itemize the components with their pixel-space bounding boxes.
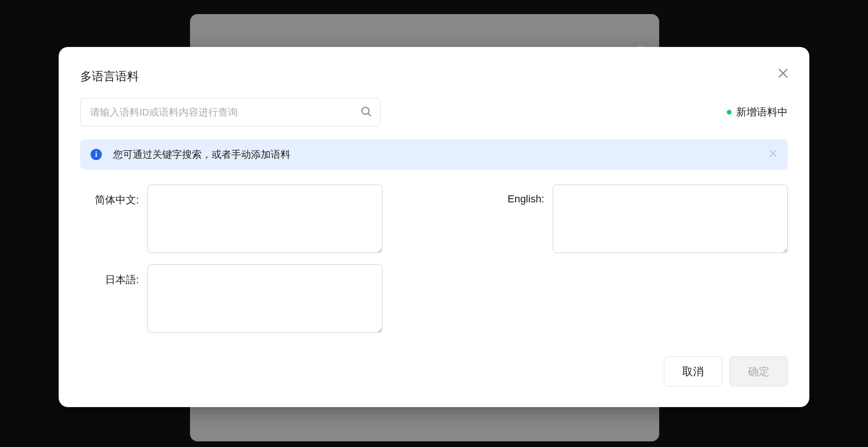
search-row: 新增语料中 [80,98,788,126]
english-field: English: [486,185,788,253]
status-indicator: 新增语料中 [727,105,788,119]
close-icon [777,67,790,80]
japanese-label: 日本語: [80,264,139,287]
language-form: 简体中文: English: 日本語: [80,185,788,333]
info-icon: i [91,149,102,160]
status-dot-icon [727,110,731,115]
japanese-field: 日本語: [80,264,382,333]
chinese-field: 简体中文: [80,185,382,253]
english-label: English: [486,185,544,205]
close-icon [768,148,778,159]
cancel-button[interactable]: 取消 [664,356,722,386]
info-banner: i 您可通过关键字搜索，或者手动添加语料 [80,139,788,170]
modal-overlay: 多语言语料 新增语料中 [0,0,868,447]
status-text: 新增语料中 [736,105,788,119]
chinese-textarea[interactable] [147,185,382,253]
modal-title: 多语言语料 [80,69,788,84]
search-input-wrapper [80,98,381,126]
info-banner-close-button[interactable] [768,148,778,161]
multilingual-corpus-modal: 多语言语料 新增语料中 [59,47,809,407]
modal-footer: 取消 确定 [80,356,788,386]
info-text: 您可通过关键字搜索，或者手动添加语料 [113,148,290,161]
confirm-button[interactable]: 确定 [730,356,788,386]
english-textarea[interactable] [553,185,788,253]
japanese-textarea[interactable] [147,264,382,333]
corpus-search-input[interactable] [80,98,381,126]
chinese-label: 简体中文: [80,185,139,207]
close-button[interactable] [777,67,790,80]
